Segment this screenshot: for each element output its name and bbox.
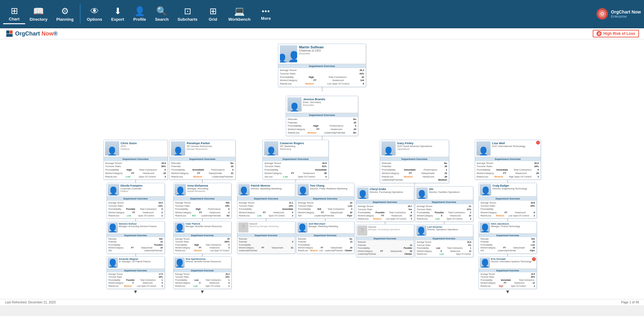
node-glenda[interactable]: Glenda Frampton Corporate Controller Fin… xyxy=(107,183,165,218)
vline-glen xyxy=(508,254,508,256)
planning-label: Planning xyxy=(56,17,74,22)
node-cheryl[interactable]: Cheryl Drake Director, Purchasing Operat… xyxy=(356,186,414,222)
l3-penelope: Anna Nishanova Manager, Recruiting Human… xyxy=(173,183,231,295)
node-tom[interactable]: Tom Chang Director, Public Relations Mar… xyxy=(296,183,354,218)
high-risk-label: High Risk of Loss xyxy=(603,31,635,36)
node-cameron[interactable]: Cameron Rogers VP, Marketing Marketing D… xyxy=(263,140,329,180)
vline-cheryl xyxy=(385,222,385,224)
toolbar-planning[interactable]: ⚙ Planning xyxy=(52,4,78,24)
brand-logo-icon: O xyxy=(596,8,608,20)
expand-kris[interactable]: ▼ xyxy=(505,289,510,295)
node-jessica[interactable]: Jessica Brando Exec. Secretary Executive… xyxy=(286,96,358,136)
node-gary[interactable]: Gary Finley SVP, North America Operation… xyxy=(380,140,449,183)
stop-icon: ⊘ xyxy=(597,31,602,36)
node-martin[interactable]: 👤 Martin Sullivan Chairman & CEO Executi… xyxy=(278,44,366,87)
node-glen[interactable]: Glen Jacobson Manager, Product Technolog… xyxy=(479,221,537,254)
expand-amanda[interactable]: ▼ xyxy=(133,289,138,295)
toolbar-subcharts[interactable]: ⊡ Subcharts xyxy=(173,4,202,24)
node-penelope[interactable]: Penelope Parker VP, Human Resources Huma… xyxy=(169,140,236,180)
toolbar-more[interactable]: ••• More xyxy=(255,5,277,23)
node-jessica-col: Jessica Brando Exec. Secretary Executive… xyxy=(286,91,358,136)
logo-text: OrgChart Now® xyxy=(15,30,58,37)
export-icon: ⬇ xyxy=(114,6,121,16)
org-main: 👤 Martin Sullivan Chairman & CEO Executi… xyxy=(1,41,643,297)
brand-sub: Enterprise xyxy=(611,14,641,18)
brand-name: OrgChart Now xyxy=(611,9,641,14)
workbench-label: Workbench xyxy=(228,17,251,22)
node-lisa[interactable]: ! Lisa Weil SVP, International Technolog… xyxy=(475,140,541,180)
col-cheryl: Cheryl Drake Director, Purchasing Operat… xyxy=(356,186,414,257)
node-chris[interactable]: Chris Dunn CFO Finance Department Overvi… xyxy=(103,140,168,180)
node-patrick[interactable]: Patrick Monroe Director, Marketing Marke… xyxy=(237,183,295,218)
alert-kris: ! xyxy=(532,257,536,261)
last-refreshed: Last Refreshed: December 21, 2020 xyxy=(5,301,56,304)
subcharts-icon: ⊡ xyxy=(184,6,191,16)
vline-craig xyxy=(508,219,508,221)
connector-1-2 xyxy=(322,136,322,140)
brand: O OrgChart Now Enterprise xyxy=(596,8,641,20)
stats-martin: Average Tenure:20.2 Turnover Ratio:42% P… xyxy=(278,68,366,87)
planning-icon: ⚙ xyxy=(61,6,69,16)
vline-cameron xyxy=(296,180,296,183)
toolbar-options[interactable]: 👁 Options xyxy=(82,4,107,24)
col-glenda: Glenda Frampton Corporate Controller Fin… xyxy=(107,183,165,295)
svg-text:O: O xyxy=(601,11,604,16)
footer: Last Refreshed: December 21, 2020 Page 1… xyxy=(0,299,644,305)
l3-cameron: Patrick Monroe Director, Marketing Marke… xyxy=(237,183,354,254)
l3-chris: Glenda Frampton Corporate Controller Fin… xyxy=(107,183,165,295)
connector-0-1a xyxy=(322,87,322,91)
more-icon: ••• xyxy=(262,7,270,15)
high-risk-badge: ⊘ High Risk of Loss xyxy=(593,30,639,37)
node-jeet[interactable]: Jeet Merchant Manager, Marketing Marketi… xyxy=(296,221,354,254)
toolbar-workbench[interactable]: 💻 Workbench xyxy=(224,4,255,24)
subheader: OrgChart Now® ⊘ High Risk of Loss xyxy=(0,28,644,39)
node-vacant1[interactable]: ? Vacant Marketing Manager Marketing Dep… xyxy=(237,221,295,254)
org-chart-area: 👤 Martin Sullivan Chairman & CEO Executi… xyxy=(0,39,644,299)
node-kris[interactable]: ! Kris Kendall Director, Information Sys… xyxy=(479,256,537,289)
dept-overview-martin: Department Overview xyxy=(278,64,366,68)
toolbar-grid[interactable]: ⊞ Grid xyxy=(202,4,224,24)
options-icon: 👁 xyxy=(90,6,99,16)
vline-glenda xyxy=(136,219,136,221)
node-vacant2[interactable]: ? Vacant Manager, Purchasing Operations … xyxy=(356,224,414,257)
logo-icon xyxy=(5,29,14,38)
workbench-icon: 💻 xyxy=(234,6,245,16)
vline-chris xyxy=(136,180,136,183)
vline-lisa xyxy=(508,180,508,183)
toolbar-directory[interactable]: 📖 Directory xyxy=(25,4,52,24)
node-anna[interactable]: Anna Nishanova Manager, Recruiting Human… xyxy=(173,183,231,218)
vline-simone xyxy=(136,254,136,256)
col-penelope: Penelope Parker VP, Human Resources Huma… xyxy=(169,140,236,295)
node-clair[interactable]: Clair Patrick Manager, Benefits Human Re… xyxy=(173,221,231,254)
divider-1 xyxy=(80,4,80,23)
col-amanda: Amanda Wagner Sr. Manager, US Payroll Fi… xyxy=(107,256,165,295)
toolbar-chart[interactable]: ⊞ Chart xyxy=(3,4,25,24)
grid-label: Grid xyxy=(209,17,217,22)
l3-lisa: Craig Badger Director, Engineering Techn… xyxy=(479,183,537,295)
expand-ana[interactable]: ▼ xyxy=(200,289,205,295)
node-amanda[interactable]: Amanda Wagner Sr. Manager, US Payroll Fi… xyxy=(107,256,165,289)
more-label: More xyxy=(261,16,271,21)
toolbar-profile[interactable]: 👤 Profile xyxy=(129,4,151,24)
node-lori[interactable]: Lori Greener Director, Operations Operat… xyxy=(415,224,473,257)
chart-icon: ⊞ xyxy=(11,6,18,16)
profile-label: Profile xyxy=(133,17,146,22)
vline-patrick xyxy=(266,219,266,221)
toolbar: ⊞ Chart 📖 Directory ⚙ Planning 👁 Options… xyxy=(0,0,644,28)
profile-icon: 👤 xyxy=(134,6,145,16)
alert-lisa: ! xyxy=(536,141,540,144)
search-icon: 🔍 xyxy=(156,6,167,16)
grid-icon: ⊞ xyxy=(209,6,217,16)
toolbar-export[interactable]: ⬇ Export xyxy=(107,4,129,24)
options-label: Options xyxy=(87,17,102,22)
search-label: Search xyxy=(155,17,169,22)
directory-label: Directory xyxy=(30,17,47,22)
node-simone[interactable]: Simone Dufour Manager, Accounting Servic… xyxy=(107,221,165,254)
col-chris: Chris Dunn CFO Finance Department Overvi… xyxy=(103,140,168,295)
node-ana[interactable]: Ana Spiridonova Director, Benefits Human… xyxy=(173,256,231,289)
toolbar-search[interactable]: 🔍 Search xyxy=(151,4,173,24)
level-2: Chris Dunn CFO Finance Department Overvi… xyxy=(4,140,640,295)
col-tom: Tom Chang Director, Public Relations Mar… xyxy=(296,183,354,254)
node-jim[interactable]: Jim Director, Facilities Operations Depa… xyxy=(415,186,473,222)
node-craig[interactable]: Craig Badger Director, Engineering Techn… xyxy=(479,183,537,218)
